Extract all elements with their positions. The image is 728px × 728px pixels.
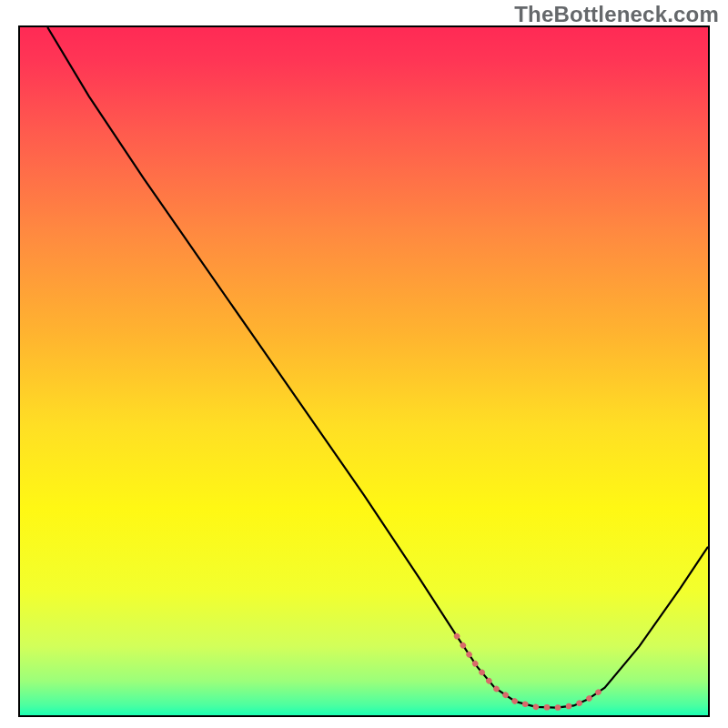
- watermark-text: TheBottleneck.com: [514, 2, 719, 27]
- chart-frame: [18, 25, 710, 717]
- chart-svg: [20, 27, 708, 715]
- gradient-background: [20, 27, 708, 715]
